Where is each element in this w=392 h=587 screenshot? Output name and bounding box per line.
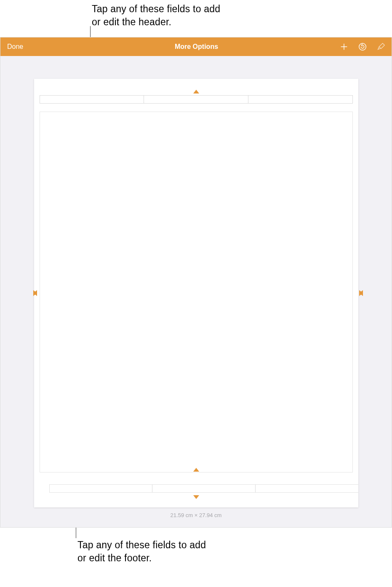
page-dimensions-label: 21.59 cm × 27.94 cm <box>34 512 358 518</box>
right-margin-handle-right-icon <box>359 290 363 296</box>
done-button[interactable]: Done <box>7 43 23 50</box>
header-margin-handle-up[interactable] <box>193 90 199 93</box>
footer-field-left[interactable] <box>50 485 153 492</box>
callout-footer: Tap any of these fields to add or edit t… <box>77 539 208 565</box>
footer-margin-handle-down[interactable] <box>193 495 199 499</box>
footer-field-right[interactable] <box>256 485 358 492</box>
margin-frame <box>40 112 353 472</box>
footer-field-center[interactable] <box>152 485 256 492</box>
toolbar: Done More Options <box>0 37 392 56</box>
header-field-left[interactable] <box>40 96 144 103</box>
bottom-margin-handle-up[interactable] <box>193 468 199 472</box>
format-brush-icon[interactable] <box>376 42 386 51</box>
header-field-center[interactable] <box>144 96 248 103</box>
callout-header: Tap any of these fields to add or edit t… <box>92 3 222 29</box>
header-fields <box>40 95 353 104</box>
canvas[interactable]: 21.59 cm × 27.94 cm <box>0 56 392 527</box>
toolbar-title: More Options <box>175 43 218 50</box>
left-margin-handle-right-icon <box>33 290 37 296</box>
header-field-right[interactable] <box>248 96 352 103</box>
page[interactable]: 21.59 cm × 27.94 cm <box>34 79 358 507</box>
app-window: Done More Options <box>0 37 392 528</box>
undo-icon[interactable] <box>358 42 367 51</box>
footer-fields <box>49 484 358 493</box>
add-icon[interactable] <box>339 42 349 51</box>
